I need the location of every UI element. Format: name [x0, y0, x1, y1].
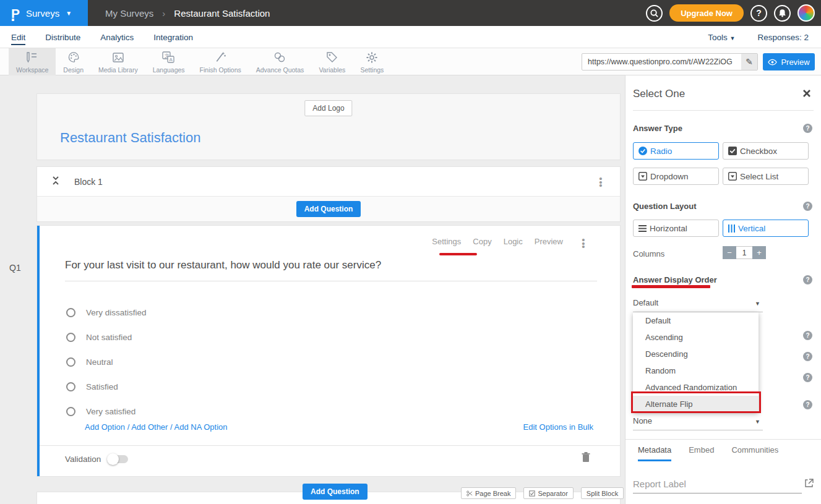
toolbar-variables[interactable]: Variables: [311, 48, 353, 75]
answer-type-checkbox[interactable]: Checkbox: [723, 142, 809, 160]
question-tab-copy[interactable]: Copy: [473, 237, 491, 246]
tab-distribute[interactable]: Distribute: [45, 26, 80, 48]
none-select[interactable]: None ▼: [633, 416, 763, 430]
collapse-block-icon[interactable]: [52, 176, 59, 186]
radio-icon[interactable]: [66, 357, 75, 367]
radio-icon[interactable]: [66, 407, 75, 416]
menu-item-descending[interactable]: Descending: [633, 346, 759, 362]
menu-item-advanced-randomization[interactable]: Advanced Randomization: [633, 379, 759, 396]
columns-value[interactable]: 1: [736, 246, 752, 259]
question-toolbar: Settings Copy Logic Preview: [432, 237, 563, 246]
tools-menu[interactable]: Tools ▼: [708, 33, 735, 42]
help-icon[interactable]: ?: [803, 202, 812, 211]
question-text[interactable]: For your last visit to our restaurant, h…: [65, 259, 597, 281]
menu-item-ascending[interactable]: Ascending: [633, 329, 759, 346]
help-button[interactable]: ?: [750, 5, 767, 22]
block-menu-icon[interactable]: •••: [596, 177, 605, 187]
survey-url-input[interactable]: [582, 53, 758, 70]
magic-wand-icon: [214, 51, 226, 64]
toolbar-media-library[interactable]: Media Library: [91, 48, 145, 75]
search-button[interactable]: [646, 5, 663, 22]
separator-button[interactable]: Separator: [523, 487, 573, 499]
tab-communities[interactable]: Communities: [731, 445, 778, 461]
external-link-icon[interactable]: [804, 479, 814, 488]
product-switcher[interactable]: P Surveys ▼: [0, 0, 88, 26]
add-logo-button[interactable]: Add Logo: [304, 100, 352, 116]
scissors-icon: [466, 490, 473, 497]
search-icon: [650, 9, 658, 17]
tab-integration[interactable]: Integration: [153, 26, 193, 48]
chevron-down-icon: ▼: [730, 35, 736, 41]
notifications-button[interactable]: [774, 5, 791, 22]
answer-type-select-list[interactable]: Select List: [723, 168, 809, 185]
columns-minus-button[interactable]: −: [723, 246, 736, 259]
tab-embed[interactable]: Embed: [689, 445, 714, 461]
validation-toggle[interactable]: [108, 455, 128, 463]
survey-title[interactable]: Restaurant Satisfaction: [60, 130, 200, 146]
add-other-link[interactable]: Add Other: [131, 422, 168, 432]
responses-count[interactable]: Responses: 2: [757, 33, 809, 42]
image-icon: [112, 51, 124, 64]
radio-icon[interactable]: [66, 382, 75, 391]
toolbar-settings[interactable]: Settings: [353, 48, 391, 75]
add-question-button[interactable]: Add Question: [296, 201, 361, 217]
question-menu-icon[interactable]: •••: [579, 238, 588, 249]
close-icon[interactable]: [802, 89, 811, 98]
toolbar-finish-options[interactable]: Finish Options: [192, 48, 249, 75]
answer-type-dropdown[interactable]: Dropdown: [633, 168, 719, 185]
columns-plus-button[interactable]: +: [752, 246, 766, 259]
dropdown-icon: [638, 172, 647, 181]
tab-metadata[interactable]: Metadata: [638, 445, 671, 461]
report-label-input[interactable]: [633, 477, 802, 493]
translate-icon: 文A: [162, 51, 175, 64]
edit-url-icon[interactable]: ✎: [741, 54, 757, 70]
answer-type-label: Answer Type: [633, 124, 682, 133]
bell-icon: [778, 9, 786, 17]
menu-item-alternate-flip[interactable]: Alternate Flip: [633, 396, 759, 412]
menu-item-random[interactable]: Random: [633, 362, 759, 379]
tab-edit[interactable]: Edit: [11, 26, 25, 48]
display-order-select[interactable]: Default ▼: [633, 298, 763, 312]
layout-horizontal[interactable]: Horizontal: [633, 220, 719, 237]
menu-item-default[interactable]: Default: [633, 312, 759, 329]
page-break-button[interactable]: Page Break: [461, 487, 516, 499]
help-icon[interactable]: ?: [803, 275, 812, 284]
block-title[interactable]: Block 1: [74, 177, 103, 187]
radio-icon[interactable]: [66, 333, 75, 342]
split-block-button[interactable]: Split Block: [581, 487, 624, 499]
breadcrumb-parent[interactable]: My Surveys: [105, 8, 153, 19]
editor-toolbar: Workspace Design Media Library 文A Langua…: [0, 48, 821, 75]
radio-icon[interactable]: [66, 308, 75, 317]
annotation-underline-settings: [439, 253, 477, 255]
toolbar-workspace[interactable]: Workspace: [9, 48, 56, 75]
preview-button[interactable]: Preview: [763, 53, 815, 70]
edit-options-in-bulk-link[interactable]: Edit Options in Bulk: [523, 422, 593, 432]
breadcrumb-current: Restaurant Satisfaction: [174, 8, 270, 19]
add-option-link[interactable]: Add Option: [85, 422, 125, 432]
question-tab-logic[interactable]: Logic: [504, 237, 523, 246]
upgrade-now-button[interactable]: Upgrade Now: [669, 4, 744, 22]
help-icon[interactable]: ?: [803, 373, 812, 382]
divider: [633, 110, 814, 111]
layout-vertical[interactable]: Vertical: [723, 220, 809, 237]
toolbar-design[interactable]: Design: [56, 48, 91, 75]
help-icon[interactable]: ?: [803, 352, 812, 361]
help-icon[interactable]: ?: [803, 400, 812, 409]
option-row: Neutral: [66, 349, 147, 374]
tab-analytics[interactable]: Analytics: [100, 26, 134, 48]
delete-question-icon[interactable]: [582, 452, 590, 463]
eye-icon: [768, 59, 777, 66]
help-icon[interactable]: ?: [803, 124, 812, 133]
gear-icon: [366, 51, 378, 64]
toolbar-advance-quotas[interactable]: Advance Quotas: [249, 48, 312, 75]
help-icon[interactable]: ?: [803, 331, 812, 340]
answer-type-radio[interactable]: Radio: [633, 142, 719, 160]
question-tab-preview[interactable]: Preview: [535, 237, 563, 246]
question-tab-settings[interactable]: Settings: [432, 237, 461, 246]
add-na-option-link[interactable]: Add NA Option: [174, 422, 228, 432]
toolbar-languages[interactable]: 文A Languages: [145, 48, 192, 75]
radio-checked-icon: [638, 147, 647, 155]
add-question-button-bottom[interactable]: Add Question: [303, 484, 368, 500]
avatar[interactable]: [797, 4, 815, 22]
option-row: Not satisfied: [66, 325, 147, 349]
